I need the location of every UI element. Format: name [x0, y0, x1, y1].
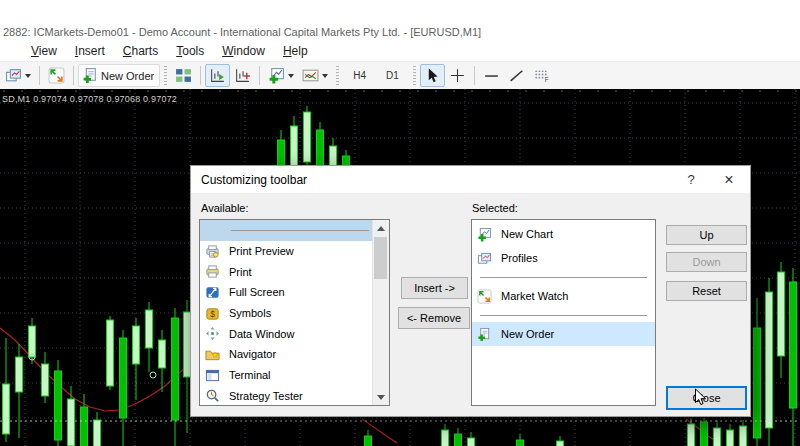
toolbar-drag-handle[interactable] — [164, 66, 167, 85]
new-order-label: New Order — [99, 70, 156, 82]
list-item-label: Print Preview — [229, 245, 294, 257]
chevron-down-icon — [322, 74, 328, 78]
separator-line — [480, 277, 647, 278]
list-item-navigator[interactable]: Navigator — [200, 344, 373, 365]
fullscreen-icon — [205, 285, 220, 300]
toolbar-separator — [73, 66, 74, 85]
list-item-market-watch[interactable]: Market Watch — [472, 284, 655, 308]
auto-scroll-icon — [209, 67, 226, 84]
available-scrollbar[interactable] — [372, 220, 389, 405]
trendline-tool-button[interactable] — [504, 64, 529, 87]
down-button[interactable]: Down — [666, 252, 747, 272]
scroll-down-icon[interactable] — [373, 389, 388, 405]
chart-shift-button[interactable] — [230, 64, 255, 87]
chevron-down-icon — [288, 74, 294, 78]
horizontal-line-tool-button[interactable] — [479, 64, 504, 87]
cursor-tool-button[interactable] — [420, 64, 445, 87]
list-item-label: Profiles — [501, 252, 538, 264]
mouse-cursor — [694, 388, 707, 407]
window-title: 2882: ICMarkets-Demo01 - Demo Account - … — [3, 26, 481, 38]
timeframe-h4-button[interactable]: H4 — [343, 64, 376, 87]
chart-ohlc-readout: SD,M1 0.97074 0.97078 0.97068 0.97072 — [2, 94, 177, 104]
list-item-strategy-tester[interactable]: Strategy Tester — [200, 386, 373, 407]
dialog-close-icon[interactable]: × — [714, 166, 744, 193]
fibonacci-icon: F — [533, 67, 550, 84]
list-item-label: Market Watch — [501, 290, 568, 302]
market-watch-icon — [477, 289, 492, 304]
crosshair-tool-button[interactable] — [445, 64, 470, 87]
tile-windows-icon — [175, 67, 192, 84]
list-item-profiles[interactable]: Profiles — [472, 246, 655, 270]
list-item-print-preview[interactable]: Print Preview — [200, 241, 373, 262]
chevron-down-icon — [25, 74, 31, 78]
list-item-print[interactable]: Print — [200, 261, 373, 282]
scroll-up-icon[interactable] — [373, 220, 388, 236]
horizontal-line-icon — [483, 67, 500, 84]
toolbar-drag-handle[interactable] — [336, 66, 339, 85]
selected-label: Selected: — [472, 202, 518, 214]
new-order-toolbar-button[interactable]: New Order — [78, 64, 160, 87]
list-item-label: Terminal — [229, 369, 271, 381]
dialog-help-button[interactable]: ? — [676, 166, 706, 193]
dialog-titlebar[interactable]: Customizing toolbar — [191, 166, 750, 193]
insert-button[interactable]: Insert -> — [401, 277, 468, 299]
profiles-icon — [5, 67, 22, 84]
menu-insert[interactable]: Insert — [75, 44, 105, 58]
selected-listbox[interactable]: New ChartProfilesMarket WatchNew Order — [471, 219, 656, 406]
strategy-tester-icon — [205, 388, 220, 403]
chart-shift-icon — [234, 67, 251, 84]
list-item-label: New Order — [501, 328, 554, 340]
list-item-terminal[interactable]: Terminal — [200, 365, 373, 386]
auto-scroll-button[interactable] — [205, 64, 230, 87]
toolbar-separator — [200, 66, 201, 85]
menu-window[interactable]: Window — [222, 44, 265, 58]
svg-text:F: F — [544, 76, 548, 83]
screen: 2882: ICMarkets-Demo01 - Demo Account - … — [0, 0, 800, 446]
list-item-separator[interactable] — [200, 220, 373, 241]
new-order-icon — [477, 327, 492, 342]
new-chart-toolbar-button[interactable] — [264, 64, 298, 87]
remove-button[interactable]: <- Remove — [398, 307, 470, 329]
menu-view[interactable]: View — [31, 44, 57, 58]
available-label: Available: — [201, 202, 249, 214]
crosshair-icon — [449, 67, 466, 84]
toolbar-drag-handle[interactable] — [413, 66, 416, 85]
cursor-icon — [424, 67, 441, 84]
menu-charts[interactable]: Charts — [123, 44, 158, 58]
symbols-icon: $ — [205, 306, 220, 321]
print-preview-icon — [205, 244, 220, 259]
separator-line — [231, 230, 369, 231]
templates-toolbar-button[interactable] — [298, 64, 332, 87]
toolbar: New Order H4 D1 — [0, 61, 800, 89]
list-item-data-window[interactable]: Data Window — [200, 323, 373, 344]
timeframe-d1-button[interactable]: D1 — [376, 64, 409, 87]
separator-line — [480, 315, 647, 316]
list-item-separator[interactable] — [472, 308, 655, 322]
svg-text:$: $ — [210, 309, 215, 319]
profiles-icon — [477, 251, 492, 266]
list-item-full-screen[interactable]: Full Screen — [200, 282, 373, 303]
toolbar-separator — [39, 66, 40, 85]
toolbar-separator — [474, 66, 475, 85]
tile-windows-button[interactable] — [171, 64, 196, 87]
toolbar-separator — [259, 66, 260, 85]
list-item-symbols[interactable]: $Symbols — [200, 303, 373, 324]
data-window-icon — [205, 326, 220, 341]
list-item-label: Symbols — [229, 307, 271, 319]
up-button[interactable]: Up — [666, 225, 747, 245]
list-item-new-order[interactable]: New Order — [472, 322, 655, 346]
available-listbox[interactable]: Print PreviewPrintFull Screen$SymbolsDat… — [199, 219, 390, 406]
new-chart-icon — [477, 227, 492, 242]
scrollbar-thumb[interactable] — [374, 237, 387, 279]
reset-button[interactable]: Reset — [666, 281, 747, 301]
market-watch-icon — [48, 67, 65, 84]
fibonacci-tool-button[interactable]: F — [529, 64, 554, 87]
menu-tools[interactable]: Tools — [176, 44, 204, 58]
market-watch-toolbar-button[interactable] — [44, 64, 69, 87]
print-icon — [205, 264, 220, 279]
list-item-label: Print — [229, 266, 252, 278]
list-item-separator[interactable] — [472, 270, 655, 284]
list-item-new-chart[interactable]: New Chart — [472, 222, 655, 246]
profiles-toolbar-button[interactable] — [1, 64, 35, 87]
menu-help[interactable]: Help — [283, 44, 308, 58]
